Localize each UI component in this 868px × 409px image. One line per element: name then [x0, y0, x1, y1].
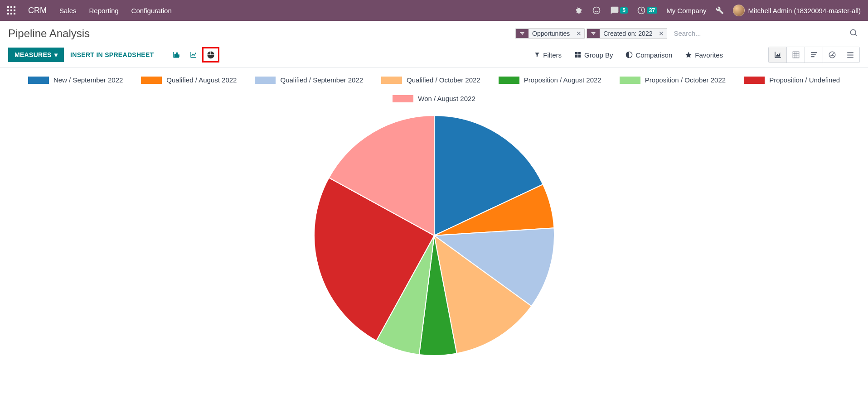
svg-point-9	[593, 7, 600, 14]
legend-swatch	[381, 77, 402, 84]
app-title[interactable]: CRM	[28, 6, 47, 15]
svg-rect-19	[178, 55, 179, 57]
legend-label: Qualified / October 2022	[407, 76, 480, 84]
filters-dropdown[interactable]: Filters	[534, 51, 562, 59]
line-chart-button[interactable]	[185, 47, 202, 63]
search-input[interactable]	[670, 28, 844, 39]
facet-label: Created on: 2022	[600, 29, 656, 38]
legend-item[interactable]: Proposition / October 2022	[620, 76, 726, 84]
legend-label: New / September 2022	[53, 76, 123, 84]
support-icon[interactable]	[592, 6, 601, 15]
svg-rect-7	[10, 13, 12, 14]
filters-label: Filters	[543, 51, 562, 59]
measures-label: MEASURES	[15, 51, 52, 58]
legend-label: Qualified / September 2022	[280, 76, 363, 84]
avatar	[733, 5, 745, 16]
bar-chart-button[interactable]	[168, 47, 185, 63]
facet-opportunities: Opportunities ✕	[515, 28, 585, 39]
control-panel: Pipeline Analysis Opportunities ✕ Create…	[0, 21, 868, 68]
legend-label: Proposition / October 2022	[645, 76, 726, 84]
svg-line-14	[855, 34, 857, 36]
legend-swatch	[255, 77, 276, 84]
nav-configuration[interactable]: Configuration	[131, 7, 172, 14]
debug-icon[interactable]	[575, 6, 583, 14]
comparison-label: Comparison	[635, 51, 672, 59]
activities-icon[interactable]: 37	[637, 6, 657, 15]
legend-label: Proposition / August 2022	[524, 76, 601, 84]
svg-rect-34	[847, 56, 853, 57]
svg-rect-35	[847, 57, 853, 58]
svg-rect-2	[14, 6, 15, 8]
legend-swatch	[499, 77, 519, 84]
svg-rect-8	[14, 13, 15, 14]
comparison-dropdown[interactable]: Comparison	[626, 51, 672, 59]
activities-badge: 37	[647, 7, 657, 14]
messages-icon[interactable]: 5	[610, 6, 628, 15]
svg-rect-29	[811, 54, 816, 55]
legend-swatch	[620, 77, 640, 84]
measures-button[interactable]: MEASURES ▾	[8, 48, 64, 62]
insert-spreadsheet-button[interactable]: INSERT IN SPREADSHEET	[64, 48, 160, 62]
svg-rect-3	[7, 10, 9, 11]
favorites-label: Favorites	[695, 51, 723, 59]
svg-rect-28	[811, 52, 817, 53]
legend-item[interactable]: Proposition / Undefined	[744, 76, 840, 84]
svg-rect-6	[7, 13, 9, 14]
tools-icon[interactable]	[716, 6, 724, 14]
caret-down-icon: ▾	[54, 51, 58, 58]
nav-reporting[interactable]: Reporting	[89, 7, 119, 14]
legend-item[interactable]: Qualified / October 2022	[381, 76, 480, 84]
messages-badge: 5	[620, 7, 628, 14]
legend-label: Qualified / August 2022	[166, 76, 237, 84]
svg-rect-32	[847, 52, 853, 53]
user-menu[interactable]: Mitchell Admin (18320094-master-all)	[733, 5, 861, 16]
legend-label: Proposition / Undefined	[769, 76, 840, 84]
legend-item[interactable]: Proposition / August 2022	[499, 76, 601, 84]
filter-icon	[516, 29, 529, 38]
legend-item[interactable]: New / September 2022	[28, 76, 123, 84]
facet-remove[interactable]: ✕	[656, 29, 667, 38]
favorites-dropdown[interactable]: Favorites	[685, 51, 723, 59]
groupby-dropdown[interactable]: Group By	[574, 51, 613, 59]
groupby-label: Group By	[584, 51, 613, 59]
legend-swatch	[141, 77, 162, 84]
svg-rect-30	[811, 56, 815, 57]
graph-view-button[interactable]	[769, 47, 787, 63]
svg-rect-1	[10, 6, 12, 8]
chart-area: New / September 2022Qualified / August 2…	[0, 68, 868, 371]
view-switcher	[768, 47, 860, 63]
search-icon[interactable]	[847, 26, 860, 40]
pie-chart	[307, 109, 561, 362]
list-view-button[interactable]	[841, 47, 859, 63]
apps-icon[interactable]	[7, 6, 15, 14]
page-title: Pipeline Analysis	[8, 27, 90, 40]
company-switcher[interactable]: My Company	[666, 7, 706, 14]
svg-rect-5	[14, 10, 15, 11]
svg-rect-18	[176, 53, 177, 57]
dashboard-view-button[interactable]	[823, 47, 841, 63]
user-name: Mitchell Admin (18320094-master-all)	[748, 7, 861, 14]
facet-remove[interactable]: ✕	[573, 29, 584, 38]
svg-rect-0	[7, 6, 9, 8]
facet-created-on: Created on: 2022 ✕	[587, 28, 667, 39]
search-facets: Opportunities ✕ Created on: 2022 ✕	[515, 28, 667, 39]
pie-chart-button[interactable]	[202, 47, 219, 63]
filter-icon	[587, 29, 600, 38]
legend-item[interactable]: Won / August 2022	[393, 95, 475, 102]
cohort-view-button[interactable]	[805, 47, 823, 63]
legend-item[interactable]: Qualified / September 2022	[255, 76, 363, 84]
facet-label: Opportunities	[529, 29, 573, 38]
svg-rect-17	[175, 54, 175, 57]
legend-label: Won / August 2022	[418, 95, 475, 102]
legend-item[interactable]: Qualified / August 2022	[141, 76, 237, 84]
legend-swatch	[28, 77, 49, 84]
nav-sales[interactable]: Sales	[59, 7, 77, 14]
chart-legend: New / September 2022Qualified / August 2…	[18, 76, 850, 102]
svg-rect-23	[793, 52, 799, 58]
svg-point-13	[850, 29, 856, 35]
top-navbar: CRM Sales Reporting Configuration 5 37 M…	[0, 0, 868, 21]
svg-rect-33	[847, 54, 853, 55]
legend-swatch	[744, 77, 765, 84]
svg-rect-4	[10, 10, 12, 11]
pivot-view-button[interactable]	[787, 47, 805, 63]
